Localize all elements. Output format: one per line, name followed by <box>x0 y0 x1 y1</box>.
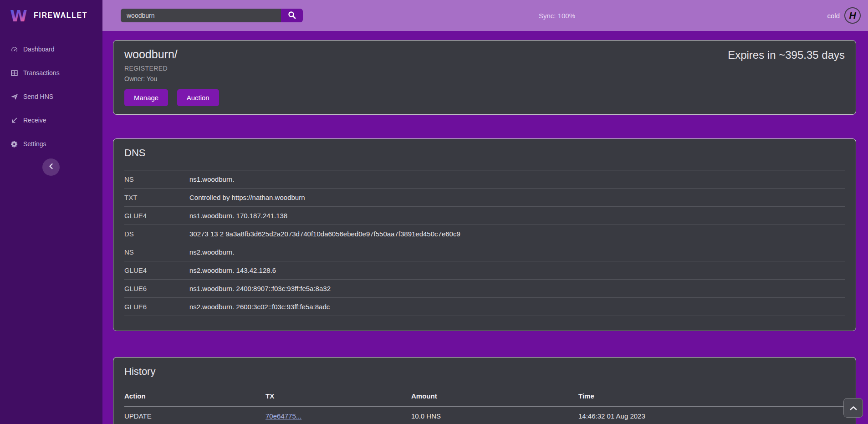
dns-record-row: TXT Controlled by https://nathan.woodbur… <box>124 189 845 207</box>
dns-record-type: GLUE6 <box>124 280 189 298</box>
history-table: Action TX Amount Time UPDATE 70e64775... <box>124 388 845 424</box>
domain-actions: Manage Auction <box>124 89 845 106</box>
svg-text:W: W <box>10 7 27 25</box>
dns-record-type: GLUE4 <box>124 207 189 225</box>
dns-record-value: 30273 13 2 9a3a8fb3d625d2a2073d740f10da6… <box>189 225 845 243</box>
dns-record-row: GLUE4 ns1.woodburn. 170.187.241.138 <box>124 207 845 225</box>
dns-card: DNS NS ns1.woodburn. TXT Controlle <box>113 138 856 331</box>
brand-row: W FIREWALLET <box>0 0 102 31</box>
status-badge: REGISTERED <box>124 65 845 72</box>
history-col-action: Action <box>124 388 266 407</box>
table-icon <box>10 69 18 77</box>
history-amount: 10.0 HNS <box>411 407 578 424</box>
sidebar-item-label: Dashboard <box>23 46 55 53</box>
dns-record-type: NS <box>124 243 189 261</box>
sidebar-item-send-hns[interactable]: Send HNS <box>0 85 102 108</box>
scroll-to-top-button[interactable] <box>843 398 863 418</box>
page-title: woodburn/ <box>124 48 178 61</box>
sidebar: W FIREWALLET Dashboard Transactions <box>0 0 102 424</box>
dns-card-title: DNS <box>124 147 845 159</box>
brand-name: FIREWALLET <box>34 11 87 20</box>
manage-button[interactable]: Manage <box>124 89 168 106</box>
app-window: W FIREWALLET Dashboard Transactions <box>0 0 868 424</box>
history-col-time: Time <box>578 388 845 407</box>
history-row: UPDATE 70e64775... 10.0 HNS 14:46:32 01 … <box>124 407 845 424</box>
gauge-icon <box>10 46 18 53</box>
search-group <box>121 9 303 22</box>
sidebar-item-label: Send HNS <box>23 93 53 100</box>
handshake-logo-icon[interactable]: H <box>844 7 861 24</box>
dns-record-value: ns2.woodburn. 143.42.128.6 <box>189 261 845 280</box>
page-content: woodburn/ Expires in ~395.35 days REGIST… <box>102 31 868 424</box>
search-button[interactable] <box>281 9 303 22</box>
domain-title-row: woodburn/ Expires in ~395.35 days <box>124 48 845 65</box>
arrow-down-left-icon <box>10 117 18 124</box>
sidebar-item-label: Receive <box>23 117 46 124</box>
top-header: Sync: 100% cold H <box>102 0 868 31</box>
sidebar-item-settings[interactable]: Settings <box>0 132 102 156</box>
dns-record-type: GLUE4 <box>124 261 189 280</box>
expires-label: Expires in ~395.35 days <box>728 48 845 61</box>
sidebar-item-label: Transactions <box>23 69 60 77</box>
chevron-left-icon <box>48 163 54 171</box>
dns-record-row: GLUE6 ns2.woodburn. 2600:3c02::f03c:93ff… <box>124 298 845 316</box>
dns-record-row: NS ns1.woodburn. <box>124 170 845 189</box>
history-action: UPDATE <box>124 407 266 424</box>
history-card: History Action TX Amount Time <box>113 357 856 424</box>
dns-record-value: Controlled by https://nathan.woodburn <box>189 189 845 207</box>
wallet-name-label: cold <box>827 12 840 20</box>
dns-record-row: DS 30273 13 2 9a3a8fb3d625d2a2073d740f10… <box>124 225 845 243</box>
sync-status: Sync: 100% <box>539 12 575 20</box>
sidebar-item-receive[interactable]: Receive <box>0 108 102 132</box>
history-col-tx: TX <box>266 388 411 407</box>
dns-record-value: ns1.woodburn. 2400:8907::f03c:93ff:fe5a:… <box>189 280 845 298</box>
handshake-letter: H <box>849 10 856 21</box>
sidebar-item-transactions[interactable]: Transactions <box>0 61 102 85</box>
gear-icon <box>10 140 18 148</box>
dns-record-row: GLUE4 ns2.woodburn. 143.42.128.6 <box>124 261 845 280</box>
dns-table: NS ns1.woodburn. TXT Controlled by https… <box>124 170 845 316</box>
sidebar-item-label: Settings <box>23 140 46 148</box>
dns-record-value: ns2.woodburn. <box>189 243 845 261</box>
dns-record-row: NS ns2.woodburn. <box>124 243 845 261</box>
dns-record-type: DS <box>124 225 189 243</box>
sidebar-item-dashboard[interactable]: Dashboard <box>0 37 102 61</box>
dns-record-value: ns1.woodburn. 170.187.241.138 <box>189 207 845 225</box>
sidebar-nav: Dashboard Transactions Send HNS Receive <box>0 37 102 156</box>
dns-record-type: TXT <box>124 189 189 207</box>
history-time: 14:46:32 01 Aug 2023 <box>578 407 845 424</box>
paper-plane-icon <box>10 93 18 101</box>
dns-record-row: GLUE6 ns1.woodburn. 2400:8907::f03c:93ff… <box>124 280 845 298</box>
main-area: Sync: 100% cold H woodburn/ Expires in ~… <box>102 0 868 424</box>
auction-button[interactable]: Auction <box>177 89 219 106</box>
search-input[interactable] <box>121 9 281 22</box>
sidebar-collapse-button[interactable] <box>42 158 60 176</box>
history-col-amount: Amount <box>411 388 578 407</box>
history-header-row: Action TX Amount Time <box>124 388 845 407</box>
chevron-up-icon <box>850 404 857 412</box>
dns-record-type: GLUE6 <box>124 298 189 316</box>
dns-record-value: ns2.woodburn. 2600:3c02::f03c:93ff:fe5a:… <box>189 298 845 316</box>
dns-record-value: ns1.woodburn. <box>189 170 845 189</box>
search-icon <box>288 11 296 20</box>
firewallet-logo-icon: W <box>9 6 28 25</box>
history-card-title: History <box>124 366 845 378</box>
header-right: cold H <box>827 7 861 24</box>
tx-link[interactable]: 70e64775... <box>266 412 301 420</box>
domain-card: woodburn/ Expires in ~395.35 days REGIST… <box>113 40 856 115</box>
dns-record-type: NS <box>124 170 189 189</box>
owner-label: Owner: You <box>124 75 845 82</box>
